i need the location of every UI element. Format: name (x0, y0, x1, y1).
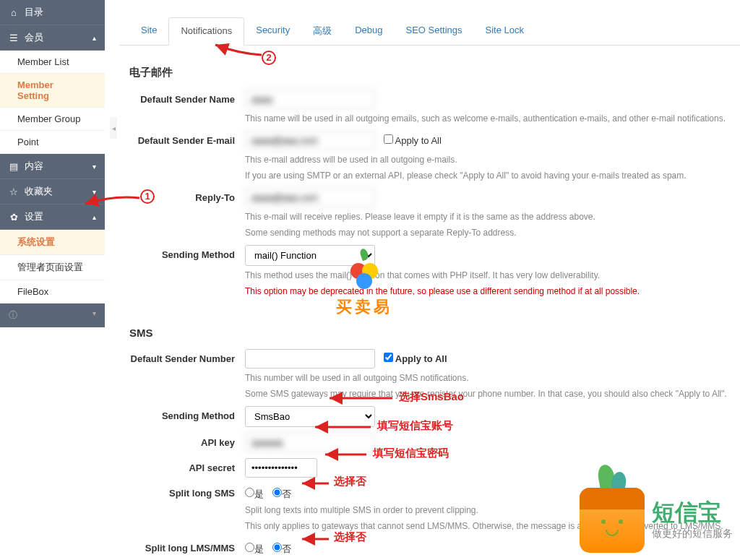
desc: If you are using SMTP or an external API… (245, 169, 730, 182)
radio-split-lms-no[interactable] (272, 543, 282, 552)
gear-icon: ✿ (9, 212, 19, 222)
row-api-key: API key (129, 433, 730, 452)
label-email-method: Sending Method (129, 245, 245, 260)
row-reply-to: Reply-To This e-mail will receive replie… (129, 188, 730, 239)
tab-debug[interactable]: Debug (343, 17, 394, 45)
sidebar-help[interactable]: ⓘ▾ (0, 303, 105, 327)
chevron-down-icon: ▾ (92, 309, 96, 317)
label-sender-email: Default Sender E-mail (129, 131, 245, 146)
radio-split-sms-yes[interactable] (245, 488, 254, 497)
content: 电子邮件 Default Sender Name This name will … (119, 46, 740, 560)
sidebar-item-member-list[interactable]: Member List (0, 51, 105, 74)
desc: Some SMS gateways may require that you p… (245, 387, 730, 400)
sidebar-item-member-group[interactable]: Member Group (0, 108, 105, 131)
radio-split-sms-no[interactable] (272, 488, 282, 497)
desc: This method uses the mail() function tha… (245, 269, 730, 282)
chevron-down-icon: ▾ (92, 163, 96, 171)
sidebar-section-catalog[interactable]: ⌂ 目录 (0, 0, 105, 25)
sidebar-item-member-setting[interactable]: Member Setting (0, 74, 105, 108)
row-api-secret: API secret (129, 458, 730, 478)
sidebar-item-point[interactable]: Point (0, 131, 105, 154)
sidebar-label: 会员 (25, 31, 43, 44)
sidebar: ⌂ 目录 ☰ 会员 ▴ Member List Member Setting M… (0, 0, 105, 327)
row-sender-number: Default Sender Number Apply to All This … (129, 349, 730, 400)
sidebar-label: 目录 (25, 6, 43, 19)
sidebar-section-settings[interactable]: ✿ 设置 ▴ (0, 204, 105, 230)
sidebar-section-favorites[interactable]: ☆ 收藏夹 ▾ (0, 179, 105, 204)
row-sms-method: Sending Method SmsBao (129, 406, 730, 427)
desc: Split long texts into multiple SMS in or… (245, 504, 730, 517)
sidebar-sub-member: Member List Member Setting Member Group … (0, 51, 105, 154)
row-split-sms: Split long SMS 是 否 Split long texts into… (129, 483, 730, 533)
label-sender-number: Default Sender Number (129, 349, 245, 364)
sidebar-label: 设置 (25, 210, 43, 223)
sidebar-label: 内容 (25, 160, 43, 173)
tab-seo[interactable]: SEO Settings (395, 17, 474, 45)
desc: This e-mail will receive replies. Please… (245, 210, 730, 223)
home-icon: ⌂ (9, 7, 19, 17)
select-email-method[interactable]: mail() Function (245, 245, 375, 266)
sidebar-section-content[interactable]: ▤ 内容 ▾ (0, 154, 105, 179)
label-api-key: API key (129, 433, 245, 448)
input-api-key[interactable] (245, 433, 375, 452)
input-reply-to[interactable] (245, 188, 375, 207)
section-title-email: 电子邮件 (129, 66, 730, 79)
doc-icon: ▤ (9, 161, 19, 171)
label-sender-name: Default Sender Name (129, 90, 245, 105)
checkbox-apply-all-sms[interactable] (384, 353, 393, 362)
row-sender-name: Default Sender Name This name will be us… (129, 90, 730, 125)
checkbox-apply-all-email[interactable] (384, 134, 393, 144)
main: Site Notifications Security 高级 Debug SEO… (119, 0, 740, 560)
sidebar-item-filebox[interactable]: FileBox (0, 280, 105, 303)
chevron-up-icon: ▴ (92, 213, 96, 221)
desc-warning: This option may be deprecated in the fut… (245, 285, 730, 298)
sidebar-sub-settings: 系统设置 管理者页面设置 FileBox (0, 230, 105, 303)
sidebar-collapse-handle[interactable]: ◂ (110, 117, 117, 139)
tab-advanced[interactable]: 高级 (301, 17, 343, 45)
row-sender-email: Default Sender E-mail Apply to All This … (129, 131, 730, 182)
desc: This number will be used in all outgoing… (245, 371, 730, 384)
section-title-sms: SMS (129, 327, 730, 339)
input-api-secret[interactable] (245, 458, 317, 478)
chevron-down-icon: ▾ (92, 188, 96, 196)
row-email-method: Sending Method mail() Function This meth… (129, 245, 730, 298)
tab-sitelock[interactable]: Site Lock (474, 17, 535, 45)
help-icon: ⓘ (9, 310, 17, 320)
label-split-sms: Split long SMS (129, 483, 245, 499)
sidebar-item-system-settings[interactable]: 系统设置 (0, 230, 105, 255)
desc: Some sending methods may not support a s… (245, 226, 730, 239)
radio-split-lms-yes[interactable] (245, 543, 254, 552)
sidebar-item-admin-page[interactable]: 管理者页面设置 (0, 255, 105, 280)
label-sms-method: Sending Method (129, 406, 245, 421)
desc: This e-mail address will be used in all … (245, 153, 730, 166)
desc: This only applies to gateways that canno… (245, 520, 730, 533)
desc: This name will be used in all outgoing e… (245, 112, 730, 125)
label-api-secret: API secret (129, 458, 245, 473)
star-icon: ☆ (9, 186, 19, 197)
tab-notifications[interactable]: Notifications (168, 17, 244, 46)
select-sms-method[interactable]: SmsBao (245, 406, 375, 427)
row-split-lms: Split long LMS/MMS 是 否 Split very long t… (129, 538, 730, 560)
sidebar-label: 收藏夹 (25, 185, 53, 198)
tab-security[interactable]: Security (244, 17, 301, 45)
input-sender-email[interactable] (245, 131, 375, 150)
users-icon: ☰ (9, 33, 19, 43)
input-sender-name[interactable] (245, 90, 375, 109)
chevron-up-icon: ▴ (92, 34, 96, 42)
label-reply-to: Reply-To (129, 188, 245, 203)
tab-site[interactable]: Site (129, 17, 168, 45)
label-split-lms: Split long LMS/MMS (129, 538, 245, 553)
sidebar-section-member[interactable]: ☰ 会员 ▴ (0, 25, 105, 51)
input-sender-number[interactable] (245, 349, 375, 369)
tab-bar: Site Notifications Security 高级 Debug SEO… (119, 0, 740, 46)
